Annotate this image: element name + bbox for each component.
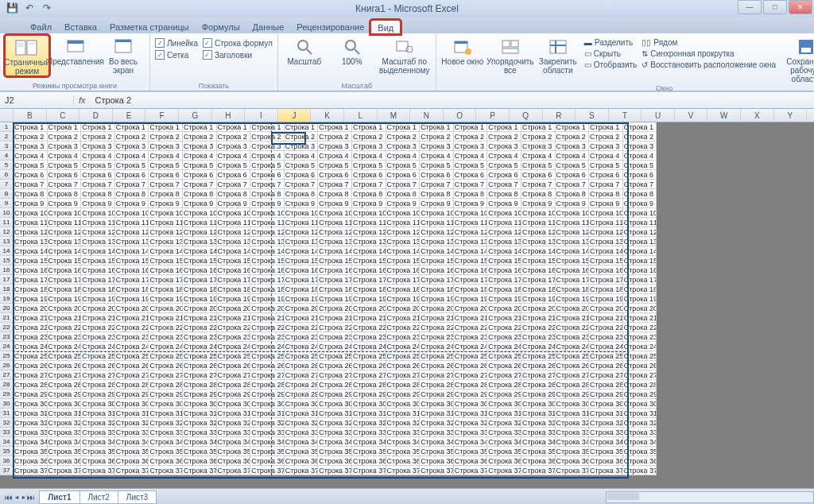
row-header[interactable]: 1 <box>0 122 14 132</box>
cell[interactable]: Строка 21 <box>521 313 556 323</box>
cell[interactable]: Строка 15 <box>250 256 285 266</box>
cell[interactable]: Строка 11 <box>149 218 183 227</box>
cell[interactable]: Строка 26 <box>318 361 352 370</box>
cell[interactable]: Строка 17 <box>115 275 149 285</box>
cell[interactable]: Строка 3 <box>115 142 149 151</box>
cell[interactable]: Строка 13 <box>183 237 217 246</box>
cell[interactable]: Строка 12 <box>48 227 82 237</box>
row-header[interactable]: 12 <box>0 227 14 237</box>
cell[interactable]: Строка 9 <box>487 199 521 208</box>
cell[interactable]: Строка 2 <box>420 132 454 142</box>
cell[interactable]: Строка 5 <box>183 161 217 170</box>
cell[interactable]: Строка 19 <box>149 294 183 304</box>
cell[interactable]: Строка 15 <box>81 256 115 266</box>
cell[interactable]: Строка 2 <box>623 132 657 142</box>
cell[interactable]: Строка 16 <box>318 266 352 275</box>
cell[interactable]: Строка 12 <box>454 227 488 237</box>
cell[interactable]: Строка 28 <box>149 380 183 390</box>
cell[interactable]: Строка 15 <box>454 256 488 266</box>
cell[interactable] <box>789 370 814 380</box>
cell[interactable]: Строка 1 <box>183 122 217 132</box>
row-header[interactable]: 35 <box>0 447 14 456</box>
cell[interactable]: Строка 24 <box>318 342 352 351</box>
cell[interactable] <box>789 237 814 246</box>
tab-файл[interactable]: Файл <box>24 20 58 33</box>
cell[interactable] <box>690 399 723 409</box>
cell[interactable]: Строка 9 <box>623 199 657 208</box>
cell[interactable]: Строка 33 <box>149 428 183 437</box>
tab-вставка[interactable]: Вставка <box>58 20 103 33</box>
cell[interactable]: Строка 25 <box>115 351 149 361</box>
cell[interactable]: Строка 29 <box>454 390 488 399</box>
cell[interactable]: Строка 12 <box>318 227 352 237</box>
cell[interactable]: Строка 34 <box>81 437 115 447</box>
cell[interactable] <box>690 122 723 132</box>
row-header[interactable]: 28 <box>0 380 14 390</box>
cell[interactable]: Строка 23 <box>589 332 623 342</box>
cell[interactable]: Строка 5 <box>589 161 623 170</box>
cell[interactable]: Строка 21 <box>183 313 217 323</box>
cell[interactable]: Строка 20 <box>183 304 217 313</box>
cell[interactable]: Строка 2 <box>250 132 285 142</box>
cell[interactable] <box>723 418 756 428</box>
col-header[interactable]: G <box>179 109 212 122</box>
cell[interactable]: Строка 25 <box>556 351 590 361</box>
col-header[interactable]: L <box>344 109 378 122</box>
cell[interactable]: Строка 17 <box>420 275 454 285</box>
cell[interactable]: Строка 26 <box>521 361 556 370</box>
cell[interactable]: Строка 32 <box>386 418 421 428</box>
cell[interactable]: Строка 10 <box>352 208 386 218</box>
cell[interactable]: Строка 36 <box>420 456 454 466</box>
cell[interactable] <box>690 199 723 208</box>
row-header[interactable]: 23 <box>0 332 14 342</box>
cell[interactable]: Строка 7 <box>487 180 521 189</box>
cell[interactable]: Строка 36 <box>521 456 556 466</box>
cell[interactable]: Строка 5 <box>115 161 149 170</box>
cell[interactable]: Строка 34 <box>487 437 521 447</box>
cell[interactable]: Строка 36 <box>48 456 82 466</box>
col-header[interactable]: V <box>675 109 708 122</box>
cell[interactable]: Строка 23 <box>352 332 386 342</box>
cell[interactable]: Строка 28 <box>115 380 149 390</box>
cell[interactable]: Строка 4 <box>318 151 352 161</box>
sheet-tab[interactable]: Лист2 <box>79 490 118 504</box>
cell[interactable]: Строка 25 <box>420 351 454 361</box>
cell[interactable] <box>690 266 723 275</box>
row-header[interactable]: 13 <box>0 237 14 246</box>
cell[interactable]: Строка 1 <box>487 122 521 132</box>
cell[interactable]: Строка 27 <box>521 370 556 380</box>
cell[interactable]: Строка 1 <box>386 122 421 132</box>
cell[interactable]: Строка 14 <box>487 246 521 256</box>
cell[interactable]: Строка 24 <box>81 342 115 351</box>
cell[interactable]: Строка 22 <box>386 323 421 332</box>
cell[interactable]: Строка 21 <box>352 313 386 323</box>
cell[interactable]: Строка 11 <box>521 218 556 227</box>
cell[interactable]: Строка 4 <box>250 151 285 161</box>
cell[interactable] <box>690 466 723 475</box>
cell[interactable] <box>723 218 756 227</box>
cell[interactable]: Строка 7 <box>48 180 82 189</box>
cell[interactable]: Строка 3 <box>81 142 115 151</box>
side-by-side-button[interactable]: ▯▯Рядом <box>642 38 776 47</box>
cell[interactable]: Строка 19 <box>217 294 251 304</box>
zoom-selection-button[interactable]: Масштаб по выделенному <box>378 35 431 75</box>
cell[interactable]: Строка 32 <box>487 418 521 428</box>
cell[interactable]: Строка 13 <box>217 237 251 246</box>
cell[interactable] <box>789 285 814 294</box>
cell[interactable] <box>789 180 814 189</box>
cell[interactable]: Строка 12 <box>521 227 556 237</box>
cell[interactable] <box>756 256 789 266</box>
cell[interactable]: Строка 30 <box>115 399 149 409</box>
cell[interactable]: Строка 30 <box>623 399 657 409</box>
cell[interactable] <box>657 342 690 351</box>
cell[interactable] <box>789 390 814 399</box>
cell[interactable]: Строка 5 <box>420 161 454 170</box>
cell[interactable]: Строка 8 <box>386 189 421 199</box>
cell[interactable]: Строка 7 <box>623 180 657 189</box>
cell[interactable]: Строка 26 <box>250 361 285 370</box>
cell[interactable]: Строка 5 <box>285 161 319 170</box>
cell[interactable]: Строка 36 <box>250 456 285 466</box>
cell[interactable] <box>657 304 690 313</box>
cell[interactable]: Строка 16 <box>454 266 488 275</box>
cell[interactable]: Строка 8 <box>487 189 521 199</box>
